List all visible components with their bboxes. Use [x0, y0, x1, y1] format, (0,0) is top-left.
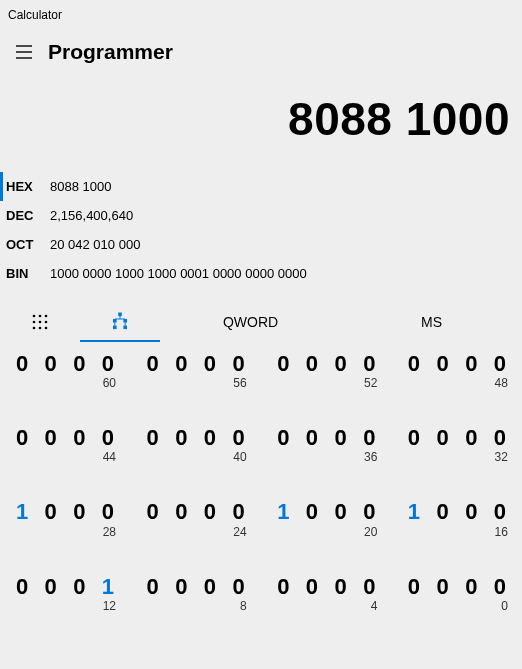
bit-toggle[interactable]: 0	[271, 352, 295, 376]
base-value: 20 042 010 000	[50, 237, 140, 252]
bit-index: 4	[271, 599, 381, 617]
bit-toggle[interactable]: 0	[198, 500, 222, 524]
bit-toggle[interactable]: 0	[271, 575, 295, 599]
svg-point-8	[45, 321, 48, 324]
bit-toggle[interactable]: 0	[141, 575, 165, 599]
bit-toggle[interactable]: 0	[329, 575, 353, 599]
full-keypad-button[interactable]	[0, 302, 80, 342]
bit-toggle-button[interactable]	[80, 302, 160, 342]
keypad-icon	[31, 313, 49, 331]
bit-toggle[interactable]: 0	[141, 500, 165, 524]
bit-toggle[interactable]: 0	[357, 575, 381, 599]
bit-toggle[interactable]: 0	[10, 352, 34, 376]
svg-rect-14	[123, 319, 127, 323]
bit-toggle[interactable]: 0	[227, 352, 251, 376]
bit-group: 000036	[271, 426, 381, 468]
bit-toggle[interactable]: 0	[67, 352, 91, 376]
bit-pane: 0000600000560000520000480000440000400000…	[0, 342, 522, 617]
result-display: 8088 1000	[0, 74, 522, 154]
bit-toggle[interactable]: 1	[402, 500, 426, 524]
bit-index: 40	[141, 450, 251, 468]
bit-toggle[interactable]: 0	[357, 352, 381, 376]
bit-index: 12	[10, 599, 120, 617]
base-row-bin[interactable]: BIN1000 0000 1000 1000 0001 0000 0000 00…	[0, 259, 522, 288]
bit-toggle[interactable]: 0	[402, 352, 426, 376]
bit-toggle[interactable]: 0	[271, 426, 295, 450]
bit-toggle[interactable]: 0	[402, 426, 426, 450]
bit-index: 52	[271, 376, 381, 394]
svg-point-6	[33, 321, 36, 324]
bit-toggle[interactable]: 0	[198, 352, 222, 376]
svg-point-10	[39, 327, 42, 330]
bit-toggle[interactable]: 0	[10, 426, 34, 450]
base-row-hex[interactable]: HEX8088 1000	[0, 172, 522, 201]
bit-toggle[interactable]: 1	[271, 500, 295, 524]
bit-toggle[interactable]: 0	[39, 500, 63, 524]
bit-toggle[interactable]: 0	[169, 426, 193, 450]
bit-toggle[interactable]: 0	[96, 426, 120, 450]
base-value: 8088 1000	[50, 179, 111, 194]
bit-toggle[interactable]: 0	[300, 500, 324, 524]
qword-button[interactable]: QWORD	[160, 302, 341, 342]
base-value: 2,156,400,640	[50, 208, 133, 223]
bit-toggle[interactable]: 0	[169, 575, 193, 599]
svg-point-11	[45, 327, 48, 330]
bit-toggle[interactable]: 0	[459, 426, 483, 450]
bit-row: 000112000080000400000	[10, 575, 512, 617]
bit-toggle[interactable]: 0	[10, 575, 34, 599]
base-list: HEX8088 1000DEC2,156,400,640OCT20 042 01…	[0, 154, 522, 298]
bit-toggle[interactable]: 0	[39, 575, 63, 599]
bit-group: 000044	[10, 426, 120, 468]
bit-toggle[interactable]: 0	[459, 500, 483, 524]
bit-toggle[interactable]: 0	[402, 575, 426, 599]
bit-toggle[interactable]: 0	[488, 352, 512, 376]
svg-rect-12	[118, 313, 122, 317]
bit-index: 56	[141, 376, 251, 394]
bit-group: 000112	[10, 575, 120, 617]
bit-toggle[interactable]: 0	[459, 352, 483, 376]
bit-toggle[interactable]: 0	[141, 426, 165, 450]
bit-toggle[interactable]: 0	[169, 352, 193, 376]
bit-index: 24	[141, 525, 251, 543]
bit-toggle[interactable]: 0	[431, 575, 455, 599]
bit-toggle[interactable]: 0	[169, 500, 193, 524]
bit-toggle[interactable]: 0	[300, 426, 324, 450]
bit-group: 000048	[402, 352, 512, 394]
bit-toggle[interactable]: 1	[96, 575, 120, 599]
bit-toggle[interactable]: 0	[96, 352, 120, 376]
bit-group: 000052	[271, 352, 381, 394]
bit-toggle[interactable]: 0	[488, 500, 512, 524]
bit-group: 000032	[402, 426, 512, 468]
bit-toggle[interactable]: 0	[227, 426, 251, 450]
bit-toggle[interactable]: 0	[488, 426, 512, 450]
bit-toggle[interactable]: 0	[329, 500, 353, 524]
hamburger-icon[interactable]	[6, 34, 42, 70]
bit-toggle[interactable]: 0	[227, 575, 251, 599]
bit-toggle[interactable]: 0	[227, 500, 251, 524]
bit-toggle[interactable]: 1	[10, 500, 34, 524]
base-row-oct[interactable]: OCT20 042 010 000	[0, 230, 522, 259]
bit-toggle[interactable]: 0	[357, 426, 381, 450]
bit-toggle[interactable]: 0	[357, 500, 381, 524]
bit-toggle[interactable]: 0	[488, 575, 512, 599]
bit-toggle[interactable]: 0	[431, 500, 455, 524]
bit-toggle[interactable]: 0	[198, 575, 222, 599]
bit-toggle[interactable]: 0	[300, 575, 324, 599]
bit-toggle[interactable]: 0	[329, 352, 353, 376]
bit-toggle[interactable]: 0	[67, 426, 91, 450]
bit-toggle[interactable]: 0	[39, 352, 63, 376]
bit-toggle[interactable]: 0	[67, 575, 91, 599]
svg-rect-13	[113, 319, 117, 323]
bit-toggle[interactable]: 0	[300, 352, 324, 376]
bit-toggle[interactable]: 0	[431, 426, 455, 450]
bit-toggle[interactable]: 0	[329, 426, 353, 450]
bit-toggle[interactable]: 0	[431, 352, 455, 376]
memory-store-button[interactable]: MS	[341, 302, 522, 342]
bit-toggle[interactable]: 0	[141, 352, 165, 376]
bit-toggle[interactable]: 0	[67, 500, 91, 524]
bit-toggle[interactable]: 0	[39, 426, 63, 450]
bit-toggle[interactable]: 0	[96, 500, 120, 524]
base-row-dec[interactable]: DEC2,156,400,640	[0, 201, 522, 230]
bit-toggle[interactable]: 0	[198, 426, 222, 450]
bit-toggle[interactable]: 0	[459, 575, 483, 599]
